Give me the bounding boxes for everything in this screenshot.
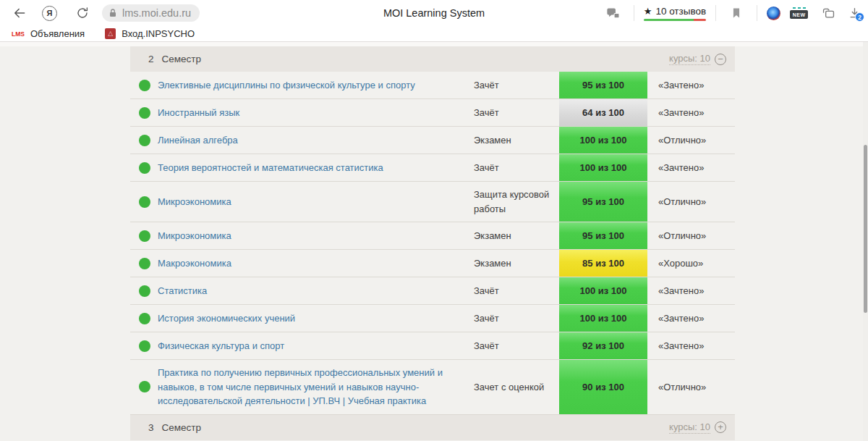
address-bar[interactable]: lms.moi.edu.ru [102, 4, 200, 22]
assessment-type: Зачет с оценкой [474, 360, 559, 414]
bookmark-item-announcements[interactable]: LMS Объявления [12, 28, 85, 39]
browser-profile-icon[interactable] [767, 7, 780, 20]
score-badge: 100 из 100 [559, 154, 647, 181]
grade-text: «Зачтено» [647, 305, 735, 332]
back-button[interactable] [9, 3, 30, 23]
assessment-type: Зачёт [474, 305, 559, 332]
assessment-type: Экзамен [474, 250, 559, 277]
assessment-type: Зачёт [474, 332, 559, 359]
table-row: Макроэкономика Экзамен 85 из 100 «Хорошо… [130, 250, 735, 277]
course-link[interactable]: Физическая культура и спорт [158, 339, 284, 353]
assessment-type: Экзамен [474, 127, 559, 154]
refresh-button[interactable] [72, 3, 93, 23]
courses-count-link[interactable]: курсы: 10 [669, 421, 710, 434]
course-cell: Микроэкономика [158, 222, 474, 249]
course-cell: Статистика [158, 277, 474, 304]
scrollbar-track[interactable] [863, 42, 868, 441]
bookmark-item-inpsycho[interactable]: △ Вход.INPSYCHO [105, 28, 195, 39]
url-text: lms.moi.edu.ru [122, 7, 191, 19]
assessment-type: Защита курсовой работы [474, 182, 559, 222]
collapse-icon[interactable]: − [715, 54, 726, 65]
collections-button[interactable] [817, 3, 839, 23]
table-row: Линейная алгебра Экзамен 100 из 100 «Отл… [130, 127, 735, 154]
download-count-badge: 2 [855, 12, 864, 22]
score-badge: 100 из 100 [559, 277, 647, 304]
grade-text: «Хорошо» [647, 250, 735, 277]
course-link[interactable]: Микроэкономика [158, 229, 231, 243]
course-link[interactable]: Практика по получению первичных професси… [158, 366, 461, 408]
score-badge: 95 из 100 [559, 182, 647, 222]
grade-text: «Зачтено» [647, 99, 735, 126]
course-link[interactable]: Линейная алгебра [158, 133, 238, 148]
dashed-frame-icon [793, 7, 806, 9]
bookmark-button[interactable] [726, 3, 747, 23]
grade-text: «Отлично» [647, 182, 735, 222]
reviews-count-label: 10 отзывов [655, 6, 706, 17]
semester-label: Семестр [162, 54, 202, 64]
score-badge: 100 из 100 [559, 127, 647, 154]
course-cell: Практика по получению первичных професси… [158, 360, 474, 414]
status-dot-icon [139, 162, 150, 174]
status-dot-icon [139, 230, 150, 242]
status-cell [130, 182, 158, 222]
bookmark-flag-icon [731, 7, 741, 19]
rating-bar [644, 19, 706, 21]
grade-text: «Зачтено» [647, 332, 735, 359]
yandex-logo-icon[interactable]: Я [42, 6, 57, 21]
status-dot-icon [139, 135, 150, 146]
score-badge: 90 из 100 [559, 360, 647, 414]
course-cell: Линейная алгебра [158, 127, 474, 154]
grades-table: 2 Семестр курсы: 10 − Элективные дисципл… [130, 46, 735, 440]
status-dot-icon [139, 381, 150, 392]
course-link[interactable]: Элективные дисциплины по физической куль… [158, 78, 415, 93]
course-link[interactable]: Микроэкономика [158, 195, 231, 209]
semester-number: 2 [148, 54, 154, 64]
refresh-icon [76, 7, 89, 20]
course-cell: Микроэкономика [158, 182, 474, 222]
protect-button[interactable] [603, 3, 624, 23]
page-content: 2 Семестр курсы: 10 − Элективные дисципл… [0, 42, 868, 441]
divider [715, 5, 716, 21]
table-row: Теория вероятностей и математическая ста… [130, 154, 735, 182]
new-extension-button[interactable]: NEW [790, 7, 808, 19]
course-link[interactable]: Статистика [158, 284, 207, 298]
score-badge: 85 из 100 [559, 250, 647, 277]
status-dot-icon [139, 80, 150, 91]
status-dot-icon [139, 258, 150, 269]
semester-label: Семестр [162, 422, 202, 433]
bookmark-label: Вход.INPSYCHO [122, 28, 195, 39]
table-row: Элективные дисциплины по физической куль… [130, 72, 735, 99]
semester-number: 3 [148, 422, 154, 433]
table-row: Иностранный язык Зачёт 64 из 100 «Зачтен… [130, 99, 735, 127]
status-cell [130, 305, 158, 332]
assessment-type: Зачёт [474, 277, 559, 304]
browser-toolbar: MOI Learning System Я lms.moi.edu.ru ★ 1… [0, 0, 868, 26]
assessment-type: Зачёт [474, 72, 559, 98]
score-badge: 92 из 100 [559, 332, 647, 359]
course-link[interactable]: Теория вероятностей и математическая ста… [158, 161, 383, 175]
assessment-type: Зачёт [474, 99, 559, 126]
status-dot-icon [139, 196, 150, 208]
course-link[interactable]: Макроэкономика [158, 256, 231, 271]
table-row: Статистика Зачёт 100 из 100 «Зачтено» [130, 277, 735, 305]
grade-text: «Зачтено» [647, 277, 735, 304]
status-dot-icon [139, 340, 150, 352]
new-badge: NEW [790, 10, 808, 19]
status-cell [130, 127, 158, 154]
chat-protect-icon [606, 7, 620, 20]
course-link[interactable]: История экономических учений [158, 311, 295, 326]
assessment-type: Зачёт [474, 154, 559, 181]
status-cell [130, 332, 158, 359]
courses-count-link[interactable]: курсы: 10 [669, 53, 710, 65]
scrollbar-thumb[interactable] [864, 145, 867, 313]
expand-icon[interactable]: + [715, 421, 726, 433]
status-dot-icon [139, 107, 150, 119]
site-reviews[interactable]: ★ 10 отзывов [644, 6, 706, 21]
course-cell: Элективные дисциплины по физической куль… [158, 72, 474, 98]
status-cell [130, 154, 158, 181]
back-arrow-icon [12, 6, 27, 20]
table-row: Практика по получению первичных професси… [130, 360, 735, 415]
downloads-button[interactable]: 2 [848, 7, 861, 20]
course-link[interactable]: Иностранный язык [158, 106, 239, 120]
status-cell [130, 222, 158, 249]
